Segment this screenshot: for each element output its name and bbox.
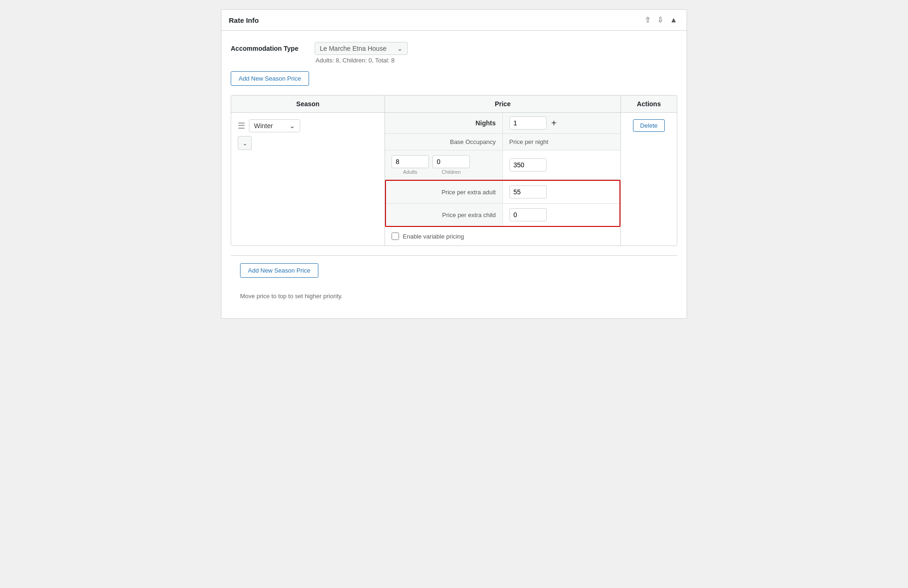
add-season-btn-top[interactable]: Add New Season Price xyxy=(231,71,309,86)
move-hint: Move price to top to set higher priority… xyxy=(240,293,668,300)
accommodation-select-chevron: ⌄ xyxy=(397,45,403,52)
variable-pricing-checkbox[interactable] xyxy=(392,232,399,240)
base-values-row: Adults Children xyxy=(385,150,620,180)
price-inner: Nights + Base Occupancy Price per night xyxy=(385,113,620,246)
base-occupancy-label: Base Occupancy xyxy=(385,134,503,150)
add-season-btn-bottom[interactable]: Add New Season Price xyxy=(240,263,318,278)
extra-adult-row: Price per extra adult xyxy=(386,181,619,204)
actions-column: Delete xyxy=(621,113,677,246)
accommodation-type-row: Accommodation Type Le Marche Etna House … xyxy=(231,42,677,64)
season-table: Season Price Actions ☰ Winter ⌄ xyxy=(231,95,677,246)
chevron-down-icon: ⌄ xyxy=(242,140,248,147)
extra-child-row: Price per extra child xyxy=(386,204,619,226)
extra-prices-section: Price per extra adult Price per extra ch… xyxy=(385,180,620,227)
season-select-chevron: ⌄ xyxy=(289,122,295,130)
accommodation-type-label: Accommodation Type xyxy=(231,42,315,52)
base-inputs-cell: Adults Children xyxy=(385,150,503,179)
price-per-night-label: Price per night xyxy=(503,134,621,150)
adults-input[interactable] xyxy=(392,155,429,168)
drag-handle-icon[interactable]: ☰ xyxy=(238,122,245,130)
extra-child-input-cell xyxy=(503,204,620,226)
price-per-night-input-cell xyxy=(503,150,621,179)
collapse-button[interactable]: ▲ xyxy=(668,15,679,25)
extra-child-input[interactable] xyxy=(509,208,547,221)
bottom-section: Add New Season Price Move price to top t… xyxy=(231,255,677,307)
children-input-group: Children xyxy=(433,155,470,175)
price-per-night-input[interactable] xyxy=(509,158,547,171)
children-label: Children xyxy=(442,169,461,175)
accommodation-sub-text: Adults: 8, Children: 0, Total: 8 xyxy=(315,57,408,64)
panel-body: Accommodation Type Le Marche Etna House … xyxy=(221,31,687,318)
actions-col-header: Actions xyxy=(621,96,677,112)
table-header: Season Price Actions xyxy=(231,96,677,113)
panel-header: Rate Info ⇧ ⇩ ▲ xyxy=(221,10,687,31)
variable-pricing-row: Enable variable pricing xyxy=(385,227,620,246)
nights-row: Nights + xyxy=(385,113,620,134)
season-column: ☰ Winter ⌄ ⌄ xyxy=(231,113,385,246)
nights-label: Nights xyxy=(385,113,503,133)
panel-title: Rate Info xyxy=(229,16,259,24)
extra-child-label: Price per extra child xyxy=(386,204,503,226)
adults-input-group: Adults xyxy=(392,155,429,175)
season-col-header: Season xyxy=(231,96,385,112)
scroll-up-button[interactable]: ⇧ xyxy=(643,15,653,25)
table-row: ☰ Winter ⌄ ⌄ xyxy=(231,113,677,246)
accommodation-select-text: Le Marche Etna House xyxy=(320,45,386,52)
add-column-button[interactable]: + xyxy=(551,118,557,129)
extra-adult-input-cell xyxy=(503,181,620,203)
occupancy-header-row: Base Occupancy Price per night xyxy=(385,134,620,150)
rate-info-panel: Rate Info ⇧ ⇩ ▲ Accommodation Type Le Ma… xyxy=(221,9,687,319)
season-select-text: Winter xyxy=(254,122,273,130)
price-column: Nights + Base Occupancy Price per night xyxy=(385,113,621,246)
accommodation-select[interactable]: Le Marche Etna House ⌄ xyxy=(315,42,408,55)
extra-adult-label: Price per extra adult xyxy=(386,181,503,203)
children-input[interactable] xyxy=(433,155,470,168)
nights-input[interactable] xyxy=(509,116,547,130)
scroll-down-button[interactable]: ⇩ xyxy=(655,15,665,25)
nights-input-cell: + xyxy=(503,113,621,133)
delete-button[interactable]: Delete xyxy=(633,119,665,132)
season-expand-button[interactable]: ⌄ xyxy=(238,136,252,150)
variable-pricing-label: Enable variable pricing xyxy=(403,233,464,240)
extra-adult-input[interactable] xyxy=(509,185,547,198)
panel-header-controls: ⇧ ⇩ ▲ xyxy=(643,15,679,25)
season-select[interactable]: Winter ⌄ xyxy=(249,119,300,132)
adults-label: Adults xyxy=(403,169,418,175)
accommodation-type-value: Le Marche Etna House ⌄ Adults: 8, Childr… xyxy=(315,42,408,64)
price-col-header: Price xyxy=(385,96,621,112)
